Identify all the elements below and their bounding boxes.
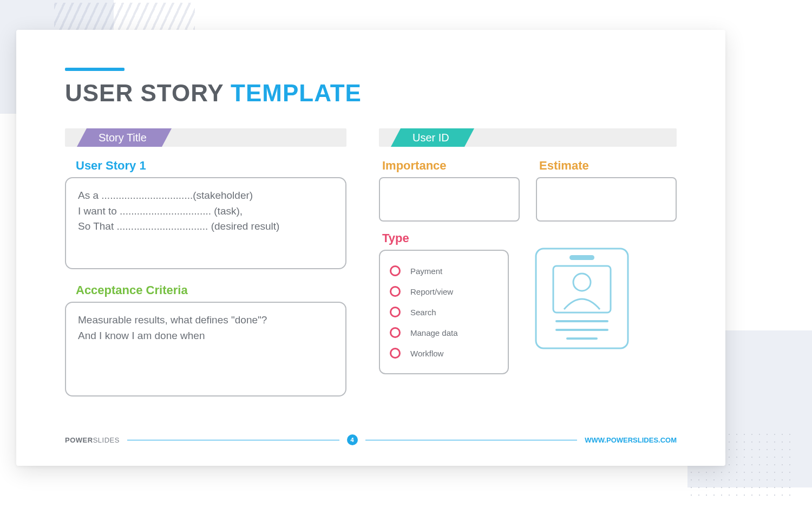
story-title-tab: Story Title bbox=[87, 128, 162, 147]
user-story-box[interactable]: As a ................................(st… bbox=[65, 177, 346, 269]
user-story-heading: User Story 1 bbox=[76, 159, 346, 173]
type-option-search[interactable]: Search bbox=[390, 302, 498, 322]
page-title-part2: TEMPLATE bbox=[231, 80, 362, 106]
importance-label: Importance bbox=[382, 159, 520, 173]
footer-url: WWW.POWERSLIDES.COM bbox=[585, 436, 677, 444]
story-line-2: I want to ..............................… bbox=[78, 204, 333, 219]
type-option-workflow[interactable]: Workflow bbox=[390, 343, 498, 363]
type-options-box: Payment Report/view Search Manage d bbox=[379, 250, 509, 374]
estimate-field: Estimate bbox=[536, 159, 677, 222]
footer-brand-bold: POWER bbox=[65, 436, 93, 444]
acceptance-criteria-box[interactable]: Measurable results, what defines "done"?… bbox=[65, 302, 346, 396]
criteria-line-2: And I know I am done when bbox=[78, 328, 333, 344]
importance-input-box[interactable] bbox=[379, 177, 520, 222]
estimate-input-box[interactable] bbox=[536, 177, 677, 222]
story-title-tab-label: Story Title bbox=[99, 132, 147, 144]
page-title-part1: USER STORY bbox=[65, 80, 224, 106]
footer-page-number: 4 bbox=[347, 434, 358, 445]
id-card-illustration bbox=[531, 244, 633, 355]
estimate-label: Estimate bbox=[539, 159, 677, 173]
svg-rect-1 bbox=[569, 255, 594, 260]
user-id-tab-label: User ID bbox=[412, 132, 449, 144]
type-option-label: Search bbox=[410, 308, 436, 317]
story-line-1: As a ................................(st… bbox=[78, 188, 333, 204]
type-option-label: Manage data bbox=[410, 328, 458, 337]
slide-card: USER STORY TEMPLATE Story Title User Sto… bbox=[16, 30, 725, 466]
footer-divider-left bbox=[127, 440, 339, 440]
footer-brand: POWERSLIDES bbox=[65, 436, 120, 444]
type-option-manage-data[interactable]: Manage data bbox=[390, 322, 498, 343]
title-accent-bar bbox=[65, 68, 125, 71]
acceptance-criteria-heading: Acceptance Criteria bbox=[76, 283, 346, 297]
right-column: User ID Importance Estimate Type bbox=[379, 128, 677, 396]
page-title: USER STORY TEMPLATE bbox=[65, 80, 677, 107]
footer-brand-light: SLIDES bbox=[93, 436, 120, 444]
slide-footer: POWERSLIDES 4 WWW.POWERSLIDES.COM bbox=[65, 434, 677, 445]
radio-icon bbox=[390, 327, 401, 338]
left-column: Story Title User Story 1 As a ..........… bbox=[65, 128, 346, 396]
type-option-label: Report/view bbox=[410, 287, 453, 296]
radio-icon bbox=[390, 286, 401, 297]
radio-icon bbox=[390, 348, 401, 359]
user-id-tab: User ID bbox=[401, 128, 464, 147]
criteria-line-1: Measurable results, what defines "done"? bbox=[78, 313, 333, 328]
radio-icon bbox=[390, 265, 401, 276]
radio-icon bbox=[390, 307, 401, 317]
svg-point-3 bbox=[573, 274, 591, 291]
type-option-label: Workflow bbox=[410, 349, 443, 358]
footer-divider-right bbox=[365, 440, 578, 440]
type-option-label: Payment bbox=[410, 266, 442, 276]
story-title-tab-bar: Story Title bbox=[65, 128, 346, 147]
importance-field: Importance bbox=[379, 159, 520, 222]
user-id-tab-bar: User ID bbox=[379, 128, 677, 147]
story-line-3: So That ................................… bbox=[78, 219, 333, 235]
type-option-report-view[interactable]: Report/view bbox=[390, 281, 498, 302]
type-section: Type Payment Report/view Search bbox=[379, 231, 509, 374]
diagonal-stripes-decoration bbox=[54, 3, 195, 30]
type-label: Type bbox=[382, 231, 509, 245]
type-option-payment[interactable]: Payment bbox=[390, 261, 498, 281]
